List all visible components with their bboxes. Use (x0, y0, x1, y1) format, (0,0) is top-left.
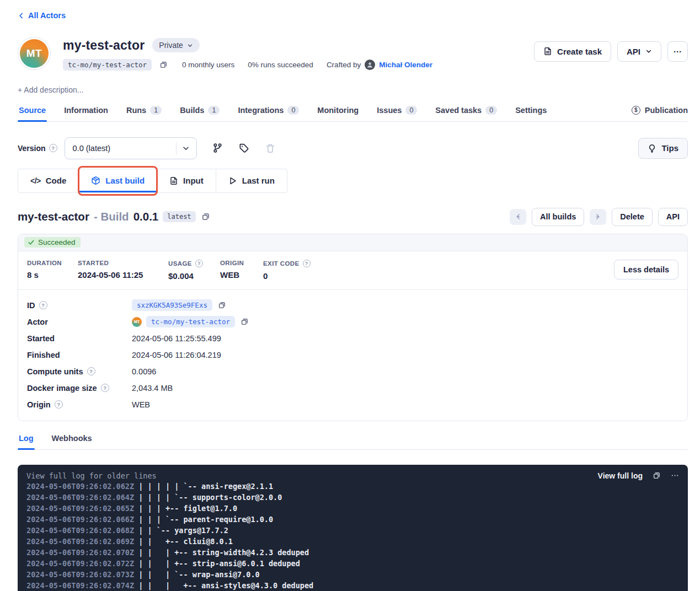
log-line: 2024-05-06T09:26:02.066Z | | | `-- paren… (26, 515, 679, 526)
detail-row-finished: Finished2024-05-06 11:26:04.219 (27, 347, 678, 363)
log-line: 2024-05-06T09:26:02.074Z | | | +-- ansi-… (26, 581, 679, 591)
detail-row-id: ID?sxzKGK5A93Se9FExs (27, 297, 678, 314)
log-line: 2024-05-06T09:26:02.065Z | | | +-- figle… (26, 504, 679, 515)
tab-information[interactable]: Information (63, 106, 109, 121)
tag-icon[interactable] (238, 142, 250, 154)
help-icon[interactable]: ? (195, 260, 203, 267)
tab-count-badge: 0 (485, 106, 497, 115)
copy-actor-name-icon[interactable] (239, 316, 250, 327)
add-description-button[interactable]: + Add description... (18, 85, 688, 94)
log-line: 2024-05-06T09:26:02.069Z | | +-- cliui@8… (26, 537, 679, 548)
copy-log-icon[interactable] (653, 471, 661, 480)
stat-duration: DURATION8 s (27, 260, 78, 281)
tab-webhooks[interactable]: Webhooks (51, 434, 93, 449)
document-icon (169, 176, 178, 185)
build-id-pill: sxzKGK5A93Se9FExs (132, 299, 212, 311)
author-link[interactable]: Michał Olender (379, 61, 432, 69)
api-dropdown-button[interactable]: API (617, 41, 661, 62)
tab-runs[interactable]: Runs1 (125, 106, 163, 121)
tab-settings[interactable]: Settings (514, 106, 548, 121)
log-menu-icon[interactable] (671, 471, 679, 480)
actor-avatar-small: MT (132, 317, 142, 327)
actor-id-pill: tc-mo/my-test-actor (63, 59, 152, 71)
next-build-button[interactable] (590, 209, 606, 225)
api-button[interactable]: API (658, 208, 688, 226)
tips-button[interactable]: Tips (638, 138, 688, 159)
log-line: 2024-05-06T09:26:02.073Z | | | `-- wrap-… (26, 570, 679, 581)
dollar-circle-icon: $ (632, 106, 640, 115)
help-icon[interactable]: ? (49, 144, 57, 152)
log-line: 2024-05-06T09:26:02.064Z | | | | `-- sup… (26, 493, 679, 504)
version-select[interactable]: 0.0 (latest) (65, 137, 197, 159)
version-label: Version ? (18, 144, 57, 153)
log-line: 2024-05-06T09:26:02.062Z | | | | | `-- a… (26, 482, 679, 493)
tab-builds[interactable]: Builds1 (179, 106, 221, 121)
build-log-terminal: View full log for older lines View full … (18, 465, 688, 591)
tab-integrations[interactable]: Integrations0 (237, 106, 300, 121)
monthly-users-stat: 0 monthly users (182, 61, 234, 69)
view-full-log-link[interactable]: View full log (598, 471, 643, 480)
stat-exit-code: EXIT CODE?0 (263, 260, 329, 281)
crafted-by: Crafted by Michał Olender (327, 60, 432, 70)
actor-link-pill[interactable]: tc-mo/my-test-actor (146, 316, 235, 327)
tab-count-badge: 1 (208, 106, 220, 115)
source-subtabs: </>CodeLast buildInputLast run (18, 169, 287, 193)
create-task-button[interactable]: Create task (534, 41, 611, 62)
view-older-lines-link[interactable]: View full log for older lines (26, 471, 157, 480)
copy-build-id-icon[interactable] (217, 300, 227, 310)
tab-count-badge: 0 (287, 106, 299, 115)
detail-row-actor: ActorMTtc-mo/my-test-actor (27, 314, 678, 330)
chevron-left-icon (18, 12, 25, 19)
tab-log[interactable]: Log (18, 434, 35, 449)
git-branch-icon[interactable] (211, 142, 224, 154)
author-avatar (365, 60, 375, 70)
subtab-code[interactable]: </>Code (18, 169, 78, 192)
chevron-down-icon (187, 42, 193, 49)
tab-count-badge: 0 (405, 106, 417, 115)
build-details-card: Succeeded DURATION8 sSTARTED2024-05-06 1… (18, 234, 688, 421)
detail-row-compute-units: Compute units?0.0096 (27, 363, 678, 380)
tab-issues[interactable]: Issues0 (376, 106, 418, 121)
help-icon[interactable]: ? (101, 384, 109, 392)
less-details-button[interactable]: Less details (614, 260, 678, 280)
trash-icon (264, 142, 276, 154)
help-icon[interactable]: ? (39, 301, 47, 309)
ellipsis-icon: ··· (674, 47, 682, 56)
copy-build-title-icon[interactable] (200, 211, 211, 222)
log-line: 2024-05-06T09:26:02.068Z | | `-- yargs@1… (26, 526, 679, 537)
publication-link[interactable]: $ Publication (632, 106, 688, 121)
latest-badge: latest (163, 211, 195, 222)
help-icon[interactable]: ? (303, 260, 311, 267)
help-icon[interactable]: ? (87, 367, 95, 375)
tab-saved-tasks[interactable]: Saved tasks0 (434, 106, 498, 121)
more-actions-button[interactable]: ··· (667, 41, 688, 62)
package-icon (91, 176, 100, 185)
previous-build-button[interactable] (510, 209, 526, 225)
chevron-down-icon (182, 144, 190, 152)
all-builds-button[interactable]: All builds (532, 208, 584, 226)
page-title: my-test-actor (63, 38, 145, 53)
subtab-last-build[interactable]: Last build (78, 169, 157, 192)
check-icon (28, 239, 35, 246)
play-icon (228, 176, 237, 185)
status-badge: Succeeded (24, 237, 81, 248)
code-icon: </> (30, 176, 41, 185)
visibility-dropdown[interactable]: Private (152, 38, 200, 52)
tab-source[interactable]: Source (18, 106, 47, 121)
detail-row-started: Started2024-05-06 11:25:55.499 (27, 330, 678, 347)
stat-usage: USAGE?$0.004 (168, 260, 220, 281)
page: All Actors MT my-test-actor Private tc-m… (0, 0, 700, 591)
runs-succeeded-stat: 0% runs succeeded (248, 61, 313, 69)
help-icon[interactable]: ? (55, 400, 63, 409)
document-icon (543, 47, 552, 56)
chevron-down-icon (645, 48, 652, 55)
build-title: my-test-actor - Build 0.0.1 latest (18, 210, 211, 223)
copy-actor-id-icon[interactable] (158, 60, 169, 70)
tab-count-badge: 1 (150, 106, 162, 115)
subtab-input[interactable]: Input (157, 169, 216, 192)
delete-button[interactable]: Delete (612, 208, 653, 226)
subtab-last-run[interactable]: Last run (216, 169, 287, 192)
build-header: my-test-actor - Build 0.0.1 latest All b… (18, 208, 688, 226)
back-link-all-actors[interactable]: All Actors (18, 11, 66, 20)
tab-monitoring[interactable]: Monitoring (316, 106, 360, 121)
